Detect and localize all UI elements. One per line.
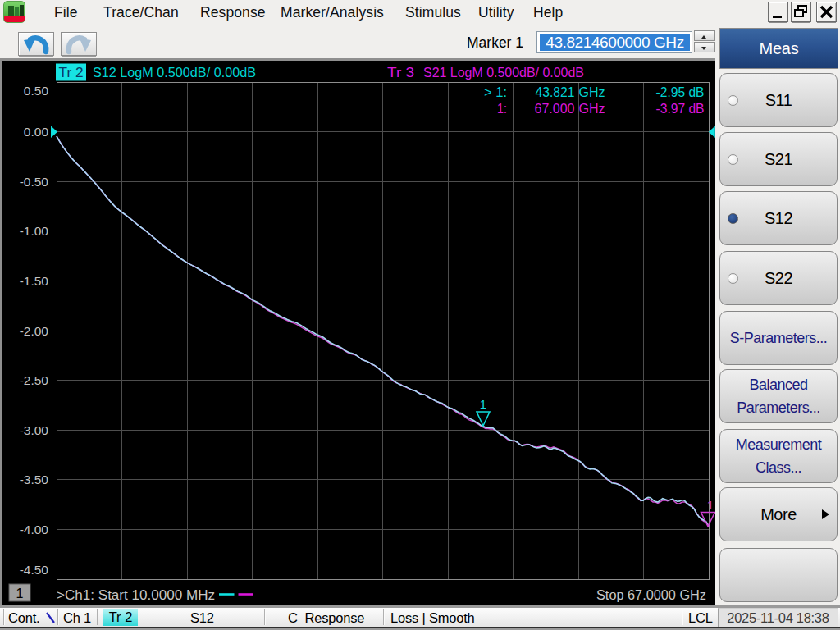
svg-text:S21 LogM 0.500dB/ 0.00dB: S21 LogM 0.500dB/ 0.00dB	[423, 65, 584, 80]
svg-text:43.821: 43.821	[536, 84, 575, 99]
svg-text:1:: 1:	[497, 101, 507, 116]
svg-text:Stop 67.0000 GHz: Stop 67.0000 GHz	[596, 588, 706, 602]
svg-text:Tr 2: Tr 2	[59, 66, 84, 80]
svg-text:-1.00: -1.00	[20, 224, 49, 238]
svg-text:> 1:: > 1:	[484, 84, 507, 99]
svg-text:-2.00: -2.00	[20, 324, 49, 338]
svg-text:-4.50: -4.50	[20, 563, 49, 577]
svg-text:0.00: 0.00	[24, 125, 49, 139]
svg-text:-3.00: -3.00	[20, 423, 49, 437]
svg-text:1: 1	[16, 587, 24, 600]
svg-text:-3.97 dB: -3.97 dB	[656, 101, 705, 116]
svg-text:S12 LogM 0.500dB/ 0.00dB: S12 LogM 0.500dB/ 0.00dB	[93, 65, 256, 80]
svg-text:-1.50: -1.50	[20, 274, 49, 288]
svg-text:GHz: GHz	[579, 101, 605, 116]
svg-text:>Ch1: Start 10.0000 MHz: >Ch1: Start 10.0000 MHz	[57, 588, 215, 602]
svg-text:Tr 3: Tr 3	[387, 65, 414, 80]
svg-text:-2.95 dB: -2.95 dB	[656, 84, 705, 99]
svg-text:GHz: GHz	[579, 84, 605, 99]
svg-text:-3.50: -3.50	[20, 472, 49, 486]
svg-text:1: 1	[480, 397, 486, 411]
svg-text:-4.00: -4.00	[20, 523, 49, 536]
svg-text:0.50: 0.50	[24, 84, 49, 98]
svg-text:-2.50: -2.50	[20, 373, 49, 387]
svg-text:1: 1	[707, 498, 714, 512]
svg-text:-0.50: -0.50	[20, 175, 49, 189]
svg-text:67.000: 67.000	[535, 101, 575, 116]
